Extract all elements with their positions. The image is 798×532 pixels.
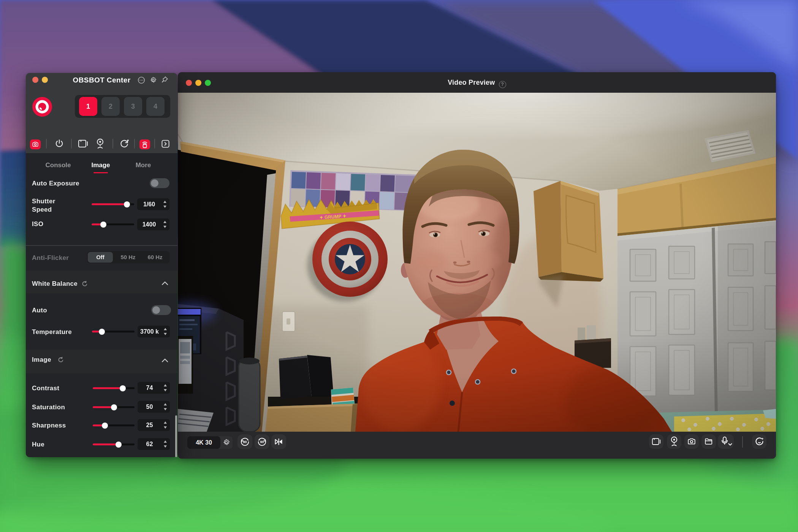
svg-text:90: 90 — [260, 440, 264, 444]
svg-text:90: 90 — [243, 440, 247, 444]
